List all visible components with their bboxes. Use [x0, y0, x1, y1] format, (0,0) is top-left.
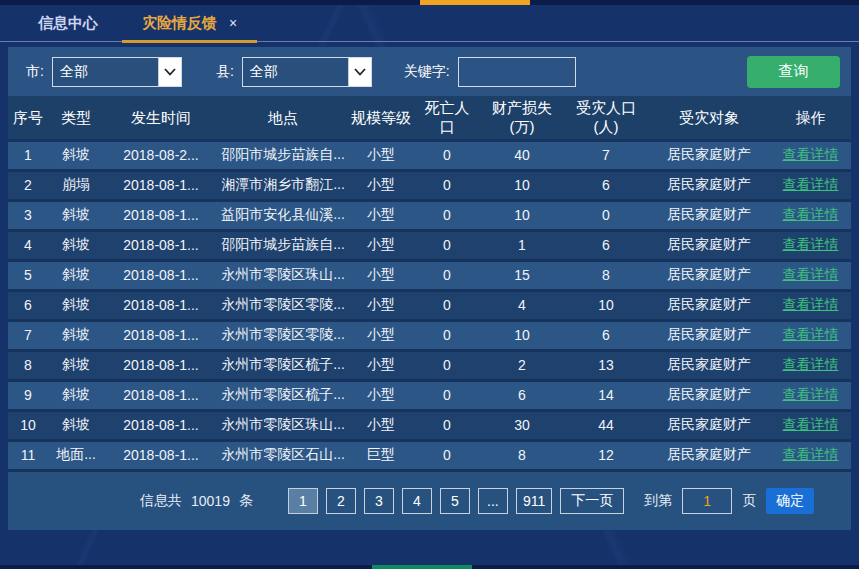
- column-header: 地点: [218, 96, 348, 140]
- pagination-bar: 信息共 10019 条 12345...911 下一页 到第 页 确定: [8, 472, 851, 530]
- table-cell: 小型: [348, 290, 414, 320]
- table-cell: 斜坡: [48, 200, 104, 230]
- table-cell-action: 查看详情: [770, 350, 851, 380]
- total-prefix: 信息共: [140, 492, 182, 510]
- table-cell: 小型: [348, 170, 414, 200]
- table-cell: 2018-08-2...: [104, 140, 218, 170]
- table-cell: 2: [480, 350, 564, 380]
- table-cell: 6: [480, 380, 564, 410]
- confirm-button[interactable]: 确定: [766, 488, 814, 514]
- table-cell: 6: [564, 230, 648, 260]
- table-cell: 2018-08-1...: [104, 350, 218, 380]
- keyword-input[interactable]: [458, 57, 576, 87]
- table-cell: 斜坡: [48, 410, 104, 440]
- table-row: 2崩塌2018-08-1...湘潭市湘乡市翻江...小型0106居民家庭财产查看…: [8, 170, 851, 200]
- table-row: 10斜坡2018-08-1...永州市零陵区珠山...小型03044居民家庭财产…: [8, 410, 851, 440]
- table-cell: 4: [480, 290, 564, 320]
- view-detail-link[interactable]: 查看详情: [783, 446, 839, 462]
- tab-label: 灾险情反馈: [142, 14, 217, 33]
- table-cell: 10: [480, 200, 564, 230]
- goto-page-suffix: 页: [742, 492, 756, 510]
- page-button[interactable]: ...: [478, 488, 508, 514]
- page-button[interactable]: 4: [402, 488, 432, 514]
- table-cell: 斜坡: [48, 290, 104, 320]
- table-cell: 2018-08-1...: [104, 170, 218, 200]
- table-cell: 2018-08-1...: [104, 410, 218, 440]
- view-detail-link[interactable]: 查看详情: [783, 206, 839, 222]
- table-cell: 永州市零陵区梳子...: [218, 380, 348, 410]
- table-cell: 0: [564, 200, 648, 230]
- view-detail-link[interactable]: 查看详情: [783, 416, 839, 432]
- page-button[interactable]: 5: [440, 488, 470, 514]
- view-detail-link[interactable]: 查看详情: [783, 176, 839, 192]
- table-cell: 湘潭市湘乡市翻江...: [218, 170, 348, 200]
- table-cell: 0: [414, 440, 480, 470]
- table-cell: 2018-08-1...: [104, 260, 218, 290]
- view-detail-link[interactable]: 查看详情: [783, 266, 839, 282]
- table-cell-action: 查看详情: [770, 380, 851, 410]
- table-cell: 永州市零陵区梳子...: [218, 350, 348, 380]
- table-cell-action: 查看详情: [770, 200, 851, 230]
- county-select-value: 全部: [243, 58, 348, 86]
- table-cell: 斜坡: [48, 260, 104, 290]
- table-cell: 0: [414, 320, 480, 350]
- table-cell: 小型: [348, 350, 414, 380]
- table-cell: 居民家庭财产: [648, 260, 770, 290]
- table-cell: 0: [414, 200, 480, 230]
- table-cell: 30: [480, 410, 564, 440]
- tab-info-center[interactable]: 信息中心: [16, 5, 120, 41]
- table-row: 4斜坡2018-08-1...邵阳市城步苗族自...小型016居民家庭财产查看详…: [8, 230, 851, 260]
- close-icon[interactable]: ×: [229, 15, 237, 31]
- table-cell: 2018-08-1...: [104, 200, 218, 230]
- table-cell: 永州市零陵区零陵...: [218, 320, 348, 350]
- table-row: 1斜坡2018-08-2...邵阳市城步苗族自...小型0407居民家庭财产查看…: [8, 140, 851, 170]
- column-header: 类型: [48, 96, 104, 140]
- table-cell: 永州市零陵区石山...: [218, 440, 348, 470]
- page-button[interactable]: 2: [326, 488, 356, 514]
- page-button[interactable]: 3: [364, 488, 394, 514]
- table-cell: 10: [8, 410, 48, 440]
- column-header: 受灾对象: [648, 96, 770, 140]
- table-cell: 2018-08-1...: [104, 320, 218, 350]
- page-number-input[interactable]: [682, 488, 732, 514]
- table-cell-action: 查看详情: [770, 410, 851, 440]
- tab-label: 信息中心: [38, 14, 98, 33]
- chevron-down-icon: [348, 58, 371, 86]
- table-cell: 斜坡: [48, 380, 104, 410]
- table-cell: 14: [564, 380, 648, 410]
- view-detail-link[interactable]: 查看详情: [783, 356, 839, 372]
- table-cell: 永州市零陵区零陵...: [218, 290, 348, 320]
- table-cell: 居民家庭财产: [648, 140, 770, 170]
- view-detail-link[interactable]: 查看详情: [783, 296, 839, 312]
- tab-disaster-feedback[interactable]: 灾险情反馈 ×: [120, 5, 259, 41]
- view-detail-link[interactable]: 查看详情: [783, 386, 839, 402]
- table-body: 1斜坡2018-08-2...邵阳市城步苗族自...小型0407居民家庭财产查看…: [8, 140, 851, 470]
- feedback-table: 序号类型发生时间地点规模等级死亡人 口财产损失 (万)受灾人口 (人)受灾对象操…: [8, 96, 851, 472]
- total-info: 信息共 10019 条: [140, 492, 262, 510]
- table-cell: 6: [564, 320, 648, 350]
- view-detail-link[interactable]: 查看详情: [783, 326, 839, 342]
- next-page-button[interactable]: 下一页: [560, 488, 624, 514]
- page-button[interactable]: 911: [516, 488, 552, 514]
- table-cell: 2018-08-1...: [104, 440, 218, 470]
- column-header: 受灾人口 (人): [564, 96, 648, 140]
- bottom-strip: [0, 565, 859, 569]
- bottom-accent-bar: [372, 565, 472, 569]
- search-button[interactable]: 查询: [747, 56, 840, 88]
- page-button[interactable]: 1: [288, 488, 318, 514]
- city-select[interactable]: 全部: [52, 57, 182, 87]
- table-cell: 居民家庭财产: [648, 410, 770, 440]
- table-cell: 居民家庭财产: [648, 230, 770, 260]
- table-cell: 小型: [348, 230, 414, 260]
- view-detail-link[interactable]: 查看详情: [783, 236, 839, 252]
- table-cell: 居民家庭财产: [648, 170, 770, 200]
- view-detail-link[interactable]: 查看详情: [783, 146, 839, 162]
- county-select[interactable]: 全部: [242, 57, 372, 87]
- table-cell: 斜坡: [48, 320, 104, 350]
- table-cell: 小型: [348, 260, 414, 290]
- table-cell: 15: [480, 260, 564, 290]
- table-cell: 居民家庭财产: [648, 290, 770, 320]
- chevron-down-icon: [158, 58, 181, 86]
- table-cell: 邵阳市城步苗族自...: [218, 230, 348, 260]
- column-header: 财产损失 (万): [480, 96, 564, 140]
